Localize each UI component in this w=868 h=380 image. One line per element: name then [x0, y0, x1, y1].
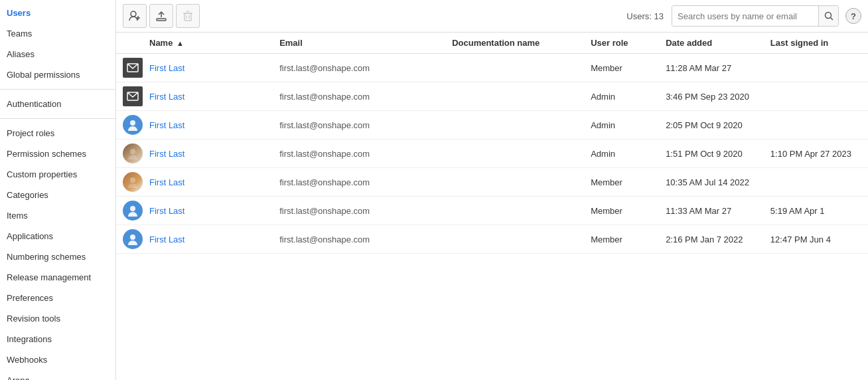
svg-rect-3	[157, 19, 166, 21]
table-row[interactable]: First Lastfirst.last@onshape.comAdmin2:0…	[116, 111, 868, 140]
toolbar: Users: 13 ?	[116, 0, 868, 33]
sidebar-item-preferences[interactable]: Preferences	[0, 288, 115, 308]
user-date-added: 2:16 PM Jan 7 2022	[659, 225, 764, 254]
user-email: first.last@onshape.com	[273, 168, 445, 197]
sidebar: UsersTeamsAliasesGlobal permissionsAuthe…	[0, 0, 116, 380]
search-button[interactable]	[818, 6, 838, 26]
user-doc-name	[445, 225, 584, 254]
search-input[interactable]	[672, 6, 818, 26]
user-name: First Last	[143, 82, 273, 111]
avatar	[123, 58, 143, 78]
import-users-button[interactable]	[149, 4, 173, 28]
users-table-container: Name ▲ Email Documentation name User rol…	[116, 33, 868, 380]
user-email: first.last@onshape.com	[273, 82, 445, 111]
user-date-added: 3:46 PM Sep 23 2020	[659, 82, 764, 111]
svg-rect-5	[184, 13, 191, 21]
user-last-signed: 1:10 PM Apr 27 2023	[764, 140, 868, 168]
sidebar-item-custom-properties[interactable]: Custom properties	[0, 164, 115, 185]
user-email: first.last@onshape.com	[273, 54, 445, 82]
user-name: First Last	[143, 225, 273, 254]
col-header-avatar	[116, 33, 143, 54]
user-avatar-cell	[116, 140, 143, 168]
user-name: First Last	[143, 168, 273, 197]
user-doc-name	[445, 111, 584, 140]
sidebar-item-numbering-schemes[interactable]: Numbering schemes	[0, 246, 115, 267]
main-content: Users: 13 ? Name ▲ Email	[116, 0, 868, 380]
user-role: Member	[584, 168, 659, 197]
table-row[interactable]: First Lastfirst.last@onshape.comMember10…	[116, 168, 868, 197]
user-last-signed	[764, 54, 868, 82]
col-header-last-signed[interactable]: Last signed in	[764, 33, 868, 54]
sidebar-item-permission-schemes[interactable]: Permission schemes	[0, 143, 115, 164]
user-role: Member	[584, 54, 659, 82]
sidebar-item-global-permissions[interactable]: Global permissions	[0, 64, 115, 85]
col-header-docname[interactable]: Documentation name	[445, 33, 584, 54]
user-role: Admin	[584, 111, 659, 140]
user-role: Member	[584, 197, 659, 225]
user-doc-name	[445, 168, 584, 197]
user-doc-name	[445, 140, 584, 168]
table-row[interactable]: First Lastfirst.last@onshape.comMember11…	[116, 197, 868, 225]
col-header-date-added[interactable]: Date added	[659, 33, 764, 54]
sidebar-item-arena[interactable]: Arena	[0, 370, 115, 380]
user-avatar-cell	[116, 197, 143, 225]
user-avatar-cell	[116, 111, 143, 140]
table-row[interactable]: First Lastfirst.last@onshape.comMember11…	[116, 54, 868, 82]
user-date-added: 1:51 PM Oct 9 2020	[659, 140, 764, 168]
user-name: First Last	[143, 111, 273, 140]
user-last-signed	[764, 82, 868, 111]
search-wrapper	[672, 5, 839, 27]
user-avatar-cell	[116, 54, 143, 82]
svg-point-14	[130, 120, 135, 126]
sidebar-item-aliases[interactable]: Aliases	[0, 44, 115, 64]
col-header-email[interactable]: Email	[273, 33, 445, 54]
sidebar-item-applications[interactable]: Applications	[0, 226, 115, 246]
avatar	[123, 201, 143, 221]
sidebar-item-items[interactable]: Items	[0, 205, 115, 226]
sort-arrow-name: ▲	[177, 39, 184, 47]
user-date-added: 11:28 AM Mar 27	[659, 54, 764, 82]
svg-point-18	[130, 235, 135, 240]
table-header-row: Name ▲ Email Documentation name User rol…	[116, 33, 868, 54]
user-last-signed	[764, 111, 868, 140]
user-doc-name	[445, 197, 584, 225]
user-date-added: 2:05 PM Oct 9 2020	[659, 111, 764, 140]
add-user-button[interactable]	[123, 4, 147, 28]
user-name: First Last	[143, 197, 273, 225]
svg-line-11	[830, 18, 833, 21]
sidebar-item-release-management[interactable]: Release management	[0, 267, 115, 288]
avatar	[123, 143, 143, 163]
user-role: Admin	[584, 82, 659, 111]
user-last-signed	[764, 168, 868, 197]
user-role: Member	[584, 225, 659, 254]
user-name: First Last	[143, 54, 273, 82]
user-avatar-cell	[116, 82, 143, 111]
sidebar-item-integrations[interactable]: Integrations	[0, 329, 115, 349]
avatar	[123, 229, 143, 249]
avatar	[123, 115, 143, 135]
delete-user-button[interactable]	[176, 4, 200, 28]
sidebar-item-categories[interactable]: Categories	[0, 185, 115, 205]
col-header-name[interactable]: Name ▲	[143, 33, 273, 54]
user-email: first.last@onshape.com	[273, 140, 445, 168]
user-date-added: 10:35 AM Jul 14 2022	[659, 168, 764, 197]
sidebar-item-users[interactable]: Users	[0, 3, 115, 23]
sidebar-item-revision-tools[interactable]: Revision tools	[0, 308, 115, 329]
table-row[interactable]: First Lastfirst.last@onshape.comAdmin3:4…	[116, 82, 868, 111]
sidebar-item-authentication[interactable]: Authentication	[0, 94, 115, 114]
sidebar-item-project-roles[interactable]: Project roles	[0, 123, 115, 143]
user-email: first.last@onshape.com	[273, 111, 445, 140]
user-email: first.last@onshape.com	[273, 225, 445, 254]
sidebar-item-teams[interactable]: Teams	[0, 23, 115, 44]
user-last-signed: 5:19 AM Apr 1	[764, 197, 868, 225]
table-row[interactable]: First Lastfirst.last@onshape.comMember2:…	[116, 225, 868, 254]
users-count: Users: 13	[626, 11, 664, 21]
svg-point-0	[131, 11, 136, 17]
user-avatar-cell	[116, 168, 143, 197]
table-row[interactable]: First Lastfirst.last@onshape.comAdmin1:5…	[116, 140, 868, 168]
col-header-role[interactable]: User role	[584, 33, 659, 54]
table-body: First Lastfirst.last@onshape.comMember11…	[116, 54, 868, 254]
users-table: Name ▲ Email Documentation name User rol…	[116, 33, 868, 254]
sidebar-item-webhooks[interactable]: Webhooks	[0, 349, 115, 370]
help-button[interactable]: ?	[845, 8, 861, 24]
